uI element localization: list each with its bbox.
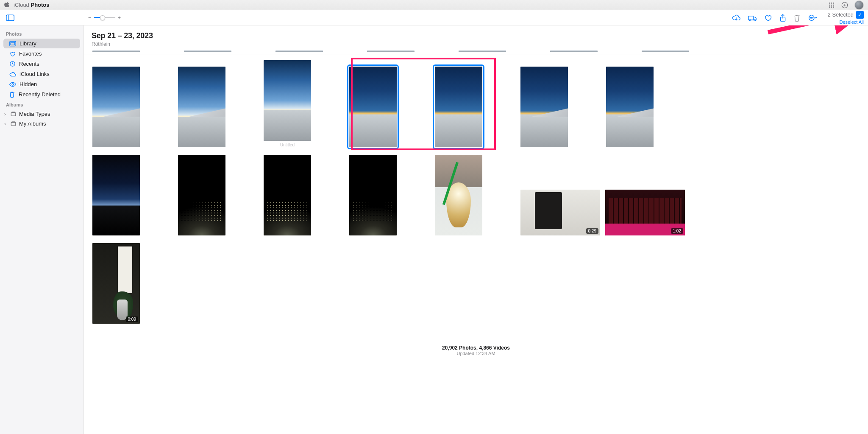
svg-point-13 (754, 20, 755, 21)
sidebar-item-icloud-links[interactable]: iCloud Links (3, 69, 80, 79)
svg-point-5 (833, 4, 834, 6)
svg-point-16 (810, 17, 810, 18)
video-thumbnail[interactable]: 0:09 (92, 243, 140, 324)
photo-thumbnail[interactable] (178, 155, 225, 235)
trash-icon[interactable] (794, 14, 801, 22)
library-icon (9, 41, 16, 47)
system-titlebar: iCloud Photos (0, 0, 868, 10)
chevron-right-icon[interactable]: › (3, 111, 8, 117)
svg-rect-10 (6, 15, 14, 20)
photo-thumbnail[interactable] (435, 155, 482, 235)
sidebar-item-hidden[interactable]: Hidden (3, 79, 80, 89)
video-duration-badge: 0:09 (126, 316, 138, 322)
app-launcher-icon[interactable] (828, 2, 835, 8)
date-range-title: Sep 21 – 23, 2023 (92, 31, 860, 40)
eye-icon (9, 82, 16, 87)
cloud-download-icon[interactable] (732, 14, 740, 22)
photo-thumbnail[interactable] (520, 67, 568, 147)
photo-thumbnail[interactable] (92, 155, 140, 235)
svg-rect-24 (11, 123, 16, 126)
svg-point-17 (811, 17, 812, 18)
sidebar-item-label: Hidden (19, 81, 37, 87)
svg-rect-23 (11, 113, 16, 116)
sidebar-item-label: Recently Deleted (19, 91, 61, 98)
shipping-box-icon[interactable] (748, 14, 757, 21)
photo-grid: Untitled 0:29 1:02 0:09 (84, 58, 868, 340)
photo-thumbnail[interactable] (264, 155, 311, 235)
heart-icon (9, 51, 16, 57)
svg-point-18 (812, 17, 813, 18)
svg-point-1 (831, 3, 832, 4)
sidebar-item-library[interactable]: Library (3, 39, 80, 48)
sidebar-item-label: My Albums (19, 120, 46, 127)
sidebar-section-albums: Albums (0, 100, 83, 109)
favorite-badge-icon (265, 132, 271, 139)
favorite-heart-icon[interactable] (764, 14, 772, 22)
share-icon[interactable] (779, 14, 786, 22)
previous-section-peek (84, 50, 868, 52)
stack-icon (10, 121, 17, 126)
zoom-out-icon[interactable]: − (88, 14, 92, 21)
sidebar-item-label: Favorites (19, 50, 42, 57)
thumbnail-zoom-slider[interactable]: − + (88, 14, 121, 21)
svg-rect-11 (748, 16, 754, 20)
library-footer: 20,902 Photos, 4,866 Videos Updated 12:3… (84, 340, 868, 362)
deselect-all-link[interactable]: Deselect All (840, 20, 864, 25)
upload-plus-icon[interactable] (841, 1, 849, 9)
svg-point-7 (831, 6, 832, 8)
photo-thumbnail[interactable] (92, 67, 140, 147)
svg-point-4 (831, 4, 832, 6)
app-toolbar: − + 2 Selected ✓ Deselect All (0, 10, 868, 25)
svg-point-12 (749, 20, 751, 21)
photo-thumbnail-selected[interactable] (435, 67, 482, 147)
svg-point-6 (829, 6, 830, 8)
svg-point-0 (829, 3, 830, 4)
more-options-icon[interactable] (808, 14, 818, 22)
video-duration-badge: 1:02 (671, 228, 683, 234)
sidebar-item-label: iCloud Links (19, 71, 50, 77)
svg-rect-20 (11, 42, 15, 45)
video-thumbnail[interactable]: 0:29 (520, 190, 600, 235)
sidebar-item-label: Recents (19, 61, 39, 67)
video-thumbnail[interactable]: 1:02 (605, 190, 685, 235)
account-avatar[interactable] (854, 0, 864, 10)
trash-icon (9, 91, 15, 98)
apple-logo-icon (4, 1, 10, 8)
cloud-link-icon (9, 72, 16, 77)
sidebar-item-recently-deleted[interactable]: Recently Deleted (3, 90, 80, 99)
sidebar-item-my-albums[interactable]: › My Albums (0, 119, 83, 129)
selection-check-icon[interactable]: ✓ (856, 11, 864, 19)
photo-thumbnail[interactable]: Untitled (264, 60, 311, 147)
svg-point-3 (829, 4, 830, 6)
video-duration-badge: 0:29 (586, 228, 598, 234)
main-content: Sep 21 – 23, 2023 Röthlein Untitled (84, 25, 868, 434)
sidebar-item-media-types[interactable]: › Media Types (0, 109, 83, 119)
selection-status: 2 Selected ✓ Deselect All (828, 11, 864, 25)
photo-thumbnail-selected[interactable] (349, 67, 397, 147)
sidebar-item-label: Library (19, 40, 36, 47)
zoom-in-icon[interactable]: + (118, 14, 121, 21)
sidebar-section-photos: Photos (0, 29, 83, 38)
sidebar-item-label: Media Types (19, 111, 50, 117)
sidebar-item-recents[interactable]: Recents (3, 59, 80, 69)
svg-point-8 (833, 6, 834, 8)
sidebar: Photos Library Favorites Recents iCloud … (0, 25, 84, 434)
footer-counts: 20,902 Photos, 4,866 Videos (84, 345, 868, 351)
footer-updated: Updated 12:34 AM (84, 351, 868, 356)
stack-icon (10, 111, 17, 117)
selection-count-label: 2 Selected (828, 11, 854, 18)
location-subtitle: Röthlein (92, 41, 860, 47)
photo-thumbnail[interactable] (178, 67, 225, 147)
photo-thumbnail[interactable] (606, 67, 654, 147)
sidebar-toggle-icon[interactable] (4, 13, 16, 22)
sidebar-item-favorites[interactable]: Favorites (3, 49, 80, 59)
svg-point-22 (12, 84, 14, 85)
photo-thumbnail[interactable] (349, 155, 397, 235)
chevron-right-icon[interactable]: › (3, 120, 8, 127)
svg-point-2 (833, 3, 834, 4)
app-title: iCloud Photos (14, 2, 50, 8)
thumbnail-caption: Untitled (280, 143, 295, 147)
clock-icon (9, 61, 16, 67)
